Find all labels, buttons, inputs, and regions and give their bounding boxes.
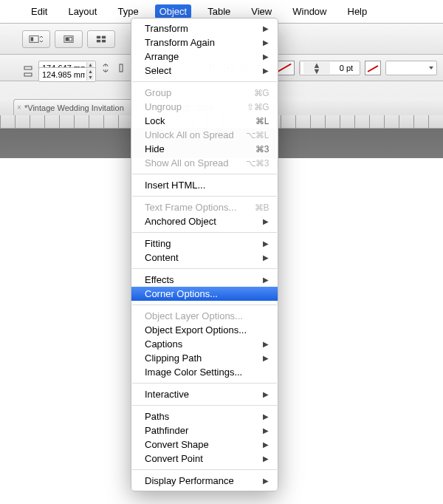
- menubar-item-view[interactable]: View: [247, 4, 276, 18]
- menu-separator: [132, 196, 277, 197]
- menu-item-label: Transform Again: [145, 37, 215, 48]
- menubar-item-window[interactable]: Window: [288, 4, 331, 18]
- menu-item-label: Text Frame Options...: [145, 202, 236, 213]
- menu-separator: [132, 232, 277, 233]
- menu-separator: [132, 383, 277, 384]
- menubar-item-help[interactable]: Help: [343, 4, 372, 18]
- menu-item-label: Unlock All on Spread: [145, 129, 234, 140]
- height-steppers[interactable]: ▲▼: [86, 69, 94, 81]
- menu-shortcut: ⌥⌘L: [246, 130, 269, 140]
- submenu-arrow-icon: ▶: [263, 426, 269, 435]
- menu-item-label: Show All on Spread: [145, 157, 228, 168]
- menu-item-insert-html[interactable]: Insert HTML...: [131, 178, 278, 192]
- menu-item-arrange[interactable]: Arrange▶: [131, 50, 278, 64]
- menu-shortcut: ⌘L: [255, 116, 269, 126]
- submenu-arrow-icon: ▶: [263, 276, 269, 284]
- menu-item-display-performance[interactable]: Display Performance▶: [131, 474, 278, 488]
- menu-item-effects[interactable]: Effects▶: [131, 273, 278, 287]
- scale-ref-icon: [115, 69, 127, 81]
- menu-item-convert-shape[interactable]: Convert Shape▶: [131, 437, 278, 452]
- menu-item-label: Fitting: [145, 238, 171, 249]
- menu-item-transform-again[interactable]: Transform Again▶: [131, 35, 278, 50]
- menu-shortcut: ⌥⌘3: [246, 158, 269, 168]
- menu-item-content[interactable]: Content▶: [131, 251, 278, 265]
- menu-shortcut: ⌘G: [254, 88, 269, 98]
- menu-item-label: Interactive: [145, 389, 189, 400]
- menu-item-pathfinder[interactable]: Pathfinder▶: [131, 423, 278, 437]
- menu-item-label: Lock: [145, 115, 165, 126]
- menu-item-fitting[interactable]: Fitting▶: [131, 236, 278, 251]
- submenu-arrow-icon: ▶: [263, 454, 269, 463]
- submenu-arrow-icon: ▶: [263, 477, 269, 485]
- menu-shortcut: ⌘3: [255, 144, 269, 154]
- menubar-item-table[interactable]: Table: [203, 4, 235, 18]
- menu-item-lock[interactable]: Lock⌘L: [131, 114, 278, 128]
- menu-separator: [132, 268, 277, 269]
- menu-item-unlock-all-on-spread: Unlock All on Spread⌥⌘L: [131, 128, 278, 142]
- svg-rect-8: [102, 39, 106, 42]
- height-input[interactable]: [42, 70, 85, 79]
- menu-shortcut: ⌘B: [255, 202, 269, 213]
- menu-item-label: Display Performance: [145, 475, 234, 486]
- height-ref2-icon: [22, 69, 34, 81]
- menu-item-label: Select: [145, 65, 171, 76]
- menu-item-label: Image Color Settings...: [145, 367, 242, 378]
- submenu-arrow-icon: ▶: [263, 253, 269, 262]
- submenu-arrow-icon: ▶: [263, 52, 269, 61]
- menu-item-text-frame-options: Text Frame Options...⌘B: [131, 200, 278, 214]
- menu-separator: [132, 174, 277, 174]
- menu-item-label: Clipping Path: [145, 353, 202, 364]
- menu-item-label: Corner Options...: [145, 288, 218, 299]
- menubar-item-type[interactable]: Type: [113, 4, 142, 18]
- menu-item-select[interactable]: Select▶: [131, 64, 278, 78]
- grid-view-tool[interactable]: [87, 30, 115, 48]
- svg-rect-5: [97, 35, 100, 38]
- menu-separator: [132, 405, 277, 406]
- menu-item-label: Pathfinder: [145, 425, 188, 436]
- menu-item-image-color-settings[interactable]: Image Color Settings...: [131, 365, 278, 379]
- close-tab-icon[interactable]: ×: [17, 103, 21, 112]
- menubar-item-object[interactable]: Object: [155, 4, 192, 18]
- menu-item-label: Content: [145, 252, 179, 263]
- menu-item-label: Object Export Options...: [145, 324, 247, 336]
- document-tab[interactable]: ×*Vintage Wedding Invitation: [13, 99, 132, 115]
- menu-item-group: Group⌘G: [131, 86, 278, 100]
- menubar-item-layout[interactable]: Layout: [63, 4, 101, 18]
- svg-rect-14: [24, 73, 32, 76]
- svg-rect-4: [69, 37, 72, 41]
- submenu-arrow-icon: ▶: [263, 354, 269, 362]
- menu-item-hide[interactable]: Hide⌘3: [131, 142, 278, 156]
- submenu-arrow-icon: ▶: [263, 412, 269, 420]
- menu-shortcut: ⇧⌘G: [247, 102, 269, 112]
- height-field[interactable]: ▲▼: [38, 67, 96, 82]
- menu-item-label: Convert Shape: [145, 439, 209, 450]
- spread-view-tool[interactable]: [55, 30, 83, 48]
- menu-item-label: Ungroup: [145, 101, 182, 112]
- menu-item-interactive[interactable]: Interactive▶: [131, 387, 278, 401]
- menu-item-object-layer-options: Object Layer Options...: [131, 309, 278, 323]
- svg-rect-3: [66, 37, 69, 41]
- menu-item-corner-options[interactable]: Corner Options...: [131, 287, 278, 301]
- menu-item-label: Group: [145, 87, 171, 98]
- menu-item-label: Insert HTML...: [145, 180, 205, 191]
- menu-item-transform[interactable]: Transform▶: [131, 21, 278, 35]
- menu-item-paths[interactable]: Paths▶: [131, 409, 278, 423]
- menu-item-label: Anchored Object: [145, 216, 216, 227]
- menu-item-label: Object Layer Options...: [145, 310, 243, 321]
- submenu-arrow-icon: ▶: [263, 390, 269, 398]
- svg-rect-7: [97, 39, 100, 42]
- menu-item-object-export-options[interactable]: Object Export Options...: [131, 323, 278, 337]
- menu-item-captions[interactable]: Captions▶: [131, 337, 278, 351]
- submenu-arrow-icon: ▶: [263, 67, 269, 75]
- svg-rect-6: [102, 35, 106, 38]
- menu-item-convert-point[interactable]: Convert Point▶: [131, 452, 278, 466]
- submenu-arrow-icon: ▶: [263, 440, 269, 449]
- menu-item-clipping-path[interactable]: Clipping Path▶: [131, 351, 278, 365]
- menu-item-anchored-object[interactable]: Anchored Object▶: [131, 214, 278, 228]
- menubar-item-edit[interactable]: Edit: [27, 4, 52, 18]
- submenu-arrow-icon: ▶: [263, 239, 269, 248]
- menu-item-label: Effects: [145, 274, 174, 285]
- submenu-arrow-icon: ▶: [263, 217, 269, 225]
- menu-separator: [132, 81, 277, 82]
- page-view-tool[interactable]: [22, 30, 50, 48]
